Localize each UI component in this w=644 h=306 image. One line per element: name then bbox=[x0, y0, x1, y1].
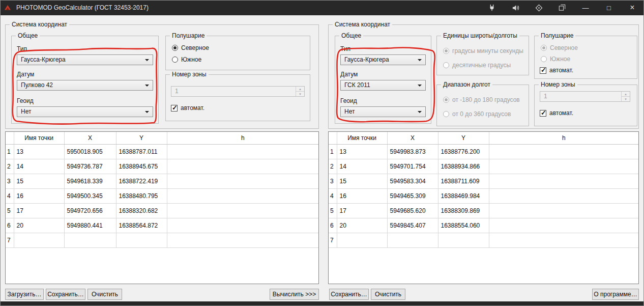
row-number[interactable]: 6 bbox=[6, 218, 14, 233]
table-cell[interactable]: 16388776.200 bbox=[438, 144, 489, 159]
table-cell[interactable]: 16388469.984 bbox=[438, 188, 489, 203]
table-cell[interactable]: 16388480.795 bbox=[116, 188, 167, 203]
spin-down-icon[interactable]: ▾ bbox=[296, 92, 304, 96]
table-cell[interactable]: 16 bbox=[337, 188, 387, 203]
col-header-y[interactable]: Y bbox=[438, 132, 489, 144]
table-cell[interactable]: 5949880.441 bbox=[64, 218, 116, 233]
table-cell[interactable]: 5949720.656 bbox=[64, 203, 116, 218]
zone-auto-checkbox[interactable]: автомат. bbox=[171, 104, 204, 112]
spin-down-icon[interactable]: ▾ bbox=[622, 97, 630, 101]
row-number[interactable]: 4 bbox=[329, 188, 337, 203]
window-restore-icon[interactable] bbox=[550, 0, 574, 15]
plug-icon[interactable] bbox=[480, 0, 504, 15]
table-cell[interactable]: 5949983.873 bbox=[387, 144, 438, 159]
save-button-right[interactable]: Сохранить… bbox=[329, 289, 369, 300]
table-cell[interactable]: 5949465.309 bbox=[387, 188, 438, 203]
row-number[interactable]: 6 bbox=[329, 218, 337, 233]
table-cell[interactable] bbox=[64, 233, 116, 247]
save-button-left[interactable]: Сохранить… bbox=[46, 289, 85, 300]
table-cell[interactable] bbox=[167, 218, 318, 233]
col-header-y[interactable]: Y bbox=[116, 132, 167, 144]
table-cell[interactable]: 20 bbox=[337, 218, 387, 233]
row-number[interactable]: 7 bbox=[329, 233, 337, 247]
zone-number-input[interactable]: 1 ▴ ▾ bbox=[171, 86, 305, 97]
table-cell[interactable]: 16388945.675 bbox=[116, 159, 167, 174]
table-cell[interactable] bbox=[167, 174, 318, 188]
table-cell[interactable]: 15 bbox=[337, 174, 387, 188]
maximize-button[interactable]: □ bbox=[597, 0, 621, 15]
col-header-h[interactable]: h bbox=[489, 132, 638, 144]
table-cell[interactable] bbox=[116, 233, 167, 247]
spin-up-icon[interactable]: ▴ bbox=[622, 92, 630, 97]
table-cell[interactable]: 5949685.620 bbox=[387, 203, 438, 218]
row-number[interactable]: 5 bbox=[329, 203, 337, 218]
row-number[interactable]: 4 bbox=[6, 188, 14, 203]
col-header-x[interactable]: X bbox=[387, 132, 438, 144]
geoid-select[interactable]: Нет bbox=[340, 106, 426, 117]
table-cell[interactable] bbox=[167, 203, 318, 218]
hemisphere-auto-checkbox[interactable]: автомат. bbox=[540, 67, 573, 74]
datum-select[interactable]: ГСК 2011 bbox=[340, 80, 426, 91]
col-header-x[interactable]: X bbox=[64, 132, 116, 144]
datum-select[interactable]: Пулково 42 bbox=[17, 80, 153, 91]
calculate-button[interactable]: Вычислить >>> bbox=[270, 289, 319, 300]
table-cell[interactable] bbox=[438, 233, 489, 247]
table-cell[interactable] bbox=[387, 233, 438, 247]
load-button[interactable]: Загрузить… bbox=[5, 289, 44, 300]
col-header-point-name[interactable]: Имя точки bbox=[14, 132, 64, 144]
table-cell[interactable]: 14 bbox=[14, 159, 64, 174]
table-cell[interactable]: 5949845.407 bbox=[387, 218, 438, 233]
right-points-table[interactable]: Имя точки X Y h 1135949983.87316388776.2… bbox=[328, 131, 639, 284]
table-cell[interactable]: 17 bbox=[14, 203, 64, 218]
table-cell[interactable]: 5949618.339 bbox=[64, 174, 116, 188]
table-cell[interactable]: 13 bbox=[337, 144, 387, 159]
table-cell[interactable]: 15 bbox=[14, 174, 64, 188]
row-number[interactable]: 2 bbox=[6, 159, 14, 174]
table-cell[interactable] bbox=[167, 188, 318, 203]
target-icon[interactable] bbox=[527, 0, 550, 15]
type-select[interactable]: Гаусса-Крюгера bbox=[17, 54, 153, 65]
table-cell[interactable] bbox=[489, 188, 638, 203]
zone-auto-checkbox[interactable]: автомат. bbox=[540, 109, 573, 117]
table-cell[interactable]: 14 bbox=[337, 159, 387, 174]
table-cell[interactable]: 5949701.754 bbox=[387, 159, 438, 174]
table-cell[interactable]: 16388934.866 bbox=[438, 159, 489, 174]
about-button[interactable]: О программе… bbox=[592, 289, 639, 300]
table-cell[interactable]: 16 bbox=[14, 188, 64, 203]
table-cell[interactable]: 16388722.419 bbox=[116, 174, 167, 188]
row-number[interactable]: 1 bbox=[329, 144, 337, 159]
table-cell[interactable]: 13 bbox=[14, 144, 64, 159]
close-button[interactable]: × bbox=[621, 0, 644, 15]
row-number[interactable]: 3 bbox=[6, 174, 14, 188]
table-cell[interactable]: 16388787.011 bbox=[116, 144, 167, 159]
table-cell[interactable] bbox=[167, 233, 318, 247]
table-cell[interactable] bbox=[489, 233, 638, 247]
table-cell[interactable] bbox=[167, 159, 318, 174]
table-cell[interactable] bbox=[14, 233, 64, 247]
table-cell[interactable] bbox=[337, 233, 387, 247]
table-cell[interactable] bbox=[489, 218, 638, 233]
table-cell[interactable] bbox=[489, 203, 638, 218]
table-cell[interactable]: 17 bbox=[337, 203, 387, 218]
minimize-button[interactable]: — bbox=[574, 0, 597, 15]
table-cell[interactable] bbox=[489, 174, 638, 188]
clear-button-left[interactable]: Очистить bbox=[87, 289, 122, 300]
table-cell[interactable]: 5949736.787 bbox=[64, 159, 116, 174]
left-points-table[interactable]: Имя точки X Y h 1135950018.90516388787.0… bbox=[5, 131, 319, 284]
row-number[interactable]: 5 bbox=[6, 203, 14, 218]
table-cell[interactable] bbox=[167, 144, 318, 159]
table-cell[interactable]: 16388309.869 bbox=[438, 203, 489, 218]
table-cell[interactable]: 20 bbox=[14, 218, 64, 233]
col-header-point-name[interactable]: Имя точки bbox=[337, 132, 387, 144]
row-number[interactable]: 2 bbox=[329, 159, 337, 174]
table-cell[interactable]: 16388711.609 bbox=[438, 174, 489, 188]
table-cell[interactable] bbox=[489, 144, 638, 159]
row-number[interactable]: 1 bbox=[6, 144, 14, 159]
row-number[interactable]: 3 bbox=[329, 174, 337, 188]
table-cell[interactable] bbox=[489, 159, 638, 174]
table-cell[interactable]: 5949583.304 bbox=[387, 174, 438, 188]
radio-south[interactable]: Южное bbox=[172, 56, 201, 63]
table-cell[interactable]: 16388320.682 bbox=[116, 203, 167, 218]
row-number[interactable]: 7 bbox=[6, 233, 14, 247]
zone-number-input[interactable]: 1 ▴ ▾ bbox=[540, 91, 630, 102]
